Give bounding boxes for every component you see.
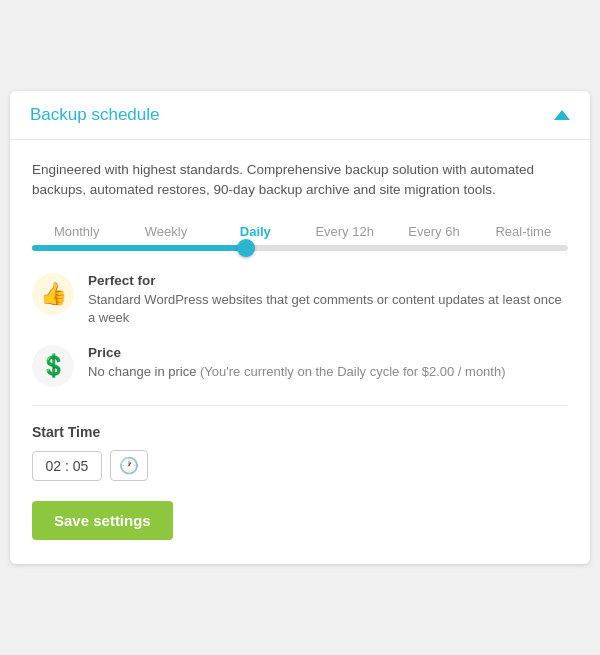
price-row: 💲 Price No change in price (You're curre…	[32, 345, 568, 387]
price-note: (You're currently on the Daily cycle for…	[200, 364, 505, 379]
frequency-slider-container[interactable]	[32, 245, 568, 251]
start-time-label: Start Time	[32, 424, 568, 440]
time-input[interactable]	[32, 451, 102, 481]
thumbs-up-icon: 👍	[32, 273, 74, 315]
slider-thumb[interactable]	[237, 239, 255, 257]
perfect-for-text: Standard WordPress websites that get com…	[88, 291, 568, 327]
description-text: Engineered with highest standards. Compr…	[32, 160, 568, 201]
card-title: Backup schedule	[30, 105, 159, 125]
save-button[interactable]: Save settings	[32, 501, 173, 540]
time-input-row: 🕐	[32, 450, 568, 481]
perfect-for-content: Perfect for Standard WordPress websites …	[88, 273, 568, 327]
perfect-for-label: Perfect for	[88, 273, 568, 288]
card-body: Engineered with highest standards. Compr…	[10, 140, 590, 565]
price-prefix: No change in price	[88, 364, 196, 379]
tab-daily[interactable]: Daily	[211, 222, 300, 241]
frequency-tabs: Monthly Weekly Daily Every 12h Every 6h …	[32, 222, 568, 241]
price-label: Price	[88, 345, 568, 360]
card-header: Backup schedule	[10, 91, 590, 140]
slider-track	[32, 245, 568, 251]
tab-weekly[interactable]: Weekly	[121, 222, 210, 241]
tab-every6h[interactable]: Every 6h	[389, 222, 478, 241]
tab-monthly[interactable]: Monthly	[32, 222, 121, 241]
tab-realtime[interactable]: Real-time	[479, 222, 568, 241]
tab-every12h[interactable]: Every 12h	[300, 222, 389, 241]
clock-button[interactable]: 🕐	[110, 450, 148, 481]
dollar-icon: 💲	[32, 345, 74, 387]
backup-schedule-card: Backup schedule Engineered with highest …	[10, 91, 590, 565]
collapse-icon[interactable]	[554, 110, 570, 120]
section-divider	[32, 405, 568, 406]
perfect-for-row: 👍 Perfect for Standard WordPress website…	[32, 273, 568, 327]
price-content: Price No change in price (You're current…	[88, 345, 568, 381]
price-text: No change in price (You're currently on …	[88, 363, 568, 381]
slider-fill	[32, 245, 246, 251]
